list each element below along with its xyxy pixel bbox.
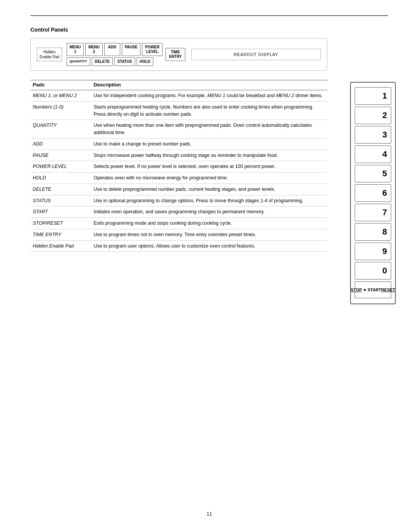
quantity-button[interactable]: QUANTITY [67, 58, 90, 66]
description-cell: Use to delete preprogrammed number pads,… [91, 184, 327, 195]
description-cell: Selects power level. If no power level i… [91, 161, 327, 173]
section-title: Control Panels [30, 27, 388, 33]
table-row: POWER LEVELSelects power level. If no po… [30, 161, 327, 173]
readout-display-label: READOUT DISPLAY [234, 52, 278, 57]
button-group: MENU1 MENU2 ADD PAUSE POWERLEVEL QUANTIT… [67, 43, 162, 66]
numpad-0[interactable]: 0 [355, 262, 391, 280]
top-divider [30, 15, 388, 16]
col-pads-header: Pads [30, 80, 91, 90]
numpad-5[interactable]: 5 [355, 165, 391, 182]
time-entry-label: TIMEENTRY [169, 50, 182, 59]
table-row: Hidden Enable PadUse to program user opt… [30, 240, 327, 252]
page-number: 11 [30, 511, 388, 517]
table-row: DELETEUse to delete preprogrammed number… [30, 184, 327, 195]
control-panel-diagram: HiddenEnable Pad MENU1 MENU2 ADD PAUSE P… [30, 38, 327, 71]
pad-cell: ADD [30, 138, 91, 150]
pad-cell: MENU 1, or MENU 2 [30, 90, 91, 102]
stop-label: STOP [351, 287, 362, 292]
menu2-button[interactable]: MENU2 [85, 43, 102, 56]
table-row: Numbers (1-0)Starts preprogrammed heatin… [30, 101, 327, 120]
reset-label: RESET [381, 287, 395, 292]
pad-cell: START [30, 206, 91, 218]
pad-cell: STOP/RESET [30, 218, 91, 229]
description-cell: Use to program times not in oven memory.… [91, 229, 327, 240]
page: Control Panels HiddenEnable Pad MENU1 ME… [0, 0, 411, 532]
dot-divider: • [363, 287, 366, 292]
start-label: START [368, 287, 381, 292]
description-cell: Initiates oven operation, and saves prog… [91, 206, 327, 218]
delete-button[interactable]: DELETE [92, 58, 113, 66]
description-cell: Use when heating more than one item with… [91, 120, 327, 139]
table-row: HOLDOperates oven with no microwave ener… [30, 173, 327, 184]
stop-reset-button[interactable]: STOP • START RESET [355, 281, 391, 298]
table-row: TIME ENTRYUse to program times not in ov… [30, 229, 327, 240]
pad-cell: POWER LEVEL [30, 161, 91, 173]
pad-cell: QUANTITY [30, 120, 91, 139]
description-cell: Use in optional programming to change op… [91, 195, 327, 206]
menu1-button[interactable]: MENU1 [67, 43, 84, 56]
pad-cell: STATUS [30, 195, 91, 206]
description-cell: Use to make a change to preset number pa… [91, 138, 327, 150]
table-row: STOP/RESETExits programming mode and sto… [30, 218, 327, 229]
table-row: QUANTITYUse when heating more than one i… [30, 120, 327, 139]
table-row: STARTInitiates oven operation, and saves… [30, 206, 327, 218]
description-cell: Starts preprogrammed heating cycle. Numb… [91, 101, 327, 120]
button-row-bottom: QUANTITY DELETE STATUS HOLD [67, 58, 162, 66]
numpad-9[interactable]: 9 [355, 243, 391, 260]
numpad-7[interactable]: 7 [355, 204, 391, 221]
description-cell: Use to program user options. Allows user… [91, 240, 327, 252]
numpad-2[interactable]: 2 [355, 107, 391, 124]
button-row-top: MENU1 MENU2 ADD PAUSE POWERLEVEL [67, 43, 162, 56]
pad-cell: DELETE [30, 184, 91, 195]
numpad-panel: 1 2 3 4 5 6 7 8 9 0 STOP • START RESET [350, 82, 396, 304]
table-row: MENU 1, or MENU 2Use for independent coo… [30, 90, 327, 102]
table-row: ADDUse to make a change to preset number… [30, 138, 327, 150]
pad-cell: Hidden Enable Pad [30, 240, 91, 252]
pad-cell: TIME ENTRY [30, 229, 91, 240]
col-description-header: Description [91, 80, 327, 90]
hold-button[interactable]: HOLD [137, 58, 153, 66]
table-row: STATUSUse in optional programming to cha… [30, 195, 327, 206]
time-entry-button[interactable]: TIMEENTRY [166, 48, 185, 61]
pad-cell: Numbers (1-0) [30, 101, 91, 120]
hidden-pad-label: HiddenEnable Pad [40, 50, 59, 59]
numpad-3[interactable]: 3 [355, 126, 391, 144]
hidden-enable-pad-box: HiddenEnable Pad [37, 48, 62, 61]
description-cell: Operates oven with no microwave energy f… [91, 173, 327, 184]
add-button[interactable]: ADD [104, 43, 120, 56]
pad-cell: HOLD [30, 173, 91, 184]
table-row: PAUSEStops microwave power halfway throu… [30, 150, 327, 161]
numpad-6[interactable]: 6 [355, 184, 391, 202]
numpad-8[interactable]: 8 [355, 223, 391, 241]
pause-button[interactable]: PAUSE [122, 43, 141, 56]
description-cell: Exits programming mode and stops cooking… [91, 218, 327, 229]
pads-table: Pads Description MENU 1, or MENU 2Use fo… [30, 80, 327, 252]
description-cell: Use for independent cooking programs. Fo… [91, 90, 327, 102]
numpad-1[interactable]: 1 [355, 87, 391, 105]
description-cell: Stops microwave power halfway through co… [91, 150, 327, 161]
status-button[interactable]: STATUS [114, 58, 135, 66]
numpad-4[interactable]: 4 [355, 145, 391, 163]
pad-cell: PAUSE [30, 150, 91, 161]
power-level-button[interactable]: POWERLEVEL [142, 43, 162, 56]
readout-display: READOUT DISPLAY [191, 49, 321, 60]
